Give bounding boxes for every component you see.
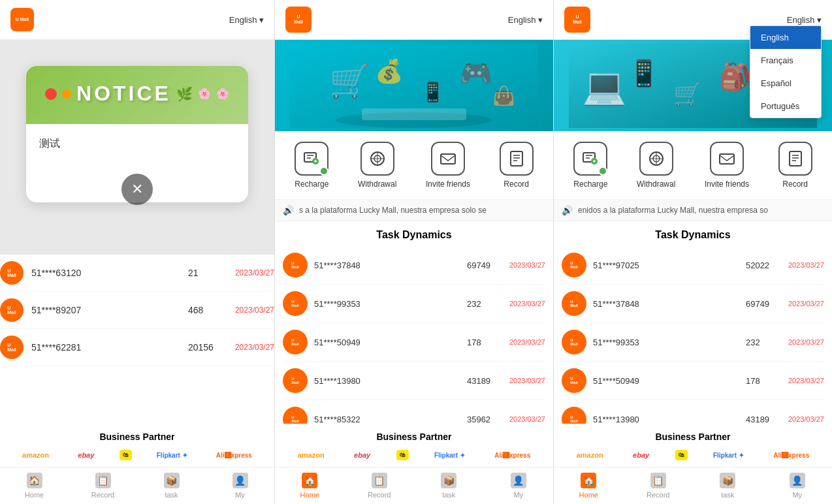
dyn-avatar: UMall xyxy=(283,253,308,277)
quick-actions-right: Recharge Withdrawal Invite friends xyxy=(554,131,832,200)
dyn-amount-r: 178 xyxy=(746,376,782,386)
dyn-avatar: UMall xyxy=(283,407,308,424)
biz-partners-center: Business Partner amazon ebay 🛍 Flipkart … xyxy=(275,424,553,467)
ebay-logo-c: ebay xyxy=(350,449,374,462)
dyn-user: 51****99353 xyxy=(314,299,460,309)
dyn-date-r: 2023/03/27 xyxy=(788,415,824,423)
lang-button-right[interactable]: English ▾ xyxy=(787,15,822,25)
dot-orange xyxy=(62,89,71,99)
task-item-left: UMall 51****89207 468 2023/03/27 xyxy=(0,292,274,329)
action-record-center[interactable]: Record xyxy=(500,142,534,189)
dyn-amount-r: 232 xyxy=(746,338,782,347)
biz-title-center: Business Partner xyxy=(285,432,543,442)
task-avatar: UMall xyxy=(0,261,24,285)
nav-task-right[interactable]: 📦 task xyxy=(693,467,763,504)
dyn-avatar: UMall xyxy=(283,291,308,316)
dyn-date-r: 2023/03/27 xyxy=(788,338,824,346)
nav-record-center[interactable]: 📋 Record xyxy=(345,467,415,504)
lang-option-english[interactable]: English xyxy=(750,26,821,49)
nav-home-center[interactable]: 🏠 Home xyxy=(275,467,345,504)
nav-task-center[interactable]: 📦 task xyxy=(414,467,484,504)
right-tasks: UMall 51****97025 52022 2023/03/27 UMall… xyxy=(554,246,832,424)
invite-icon-center xyxy=(431,142,465,176)
panel-scroll-right: Task Dynamics UMall 51****97025 52022 20… xyxy=(554,221,832,467)
action-withdrawal-right[interactable]: Withdrawal xyxy=(637,142,675,189)
banner-center: 🛒 💰 📱 🎮 👜 xyxy=(275,40,553,131)
nav-my-left[interactable]: 👤 My xyxy=(206,467,274,504)
dynamics-item-center: UMall 51****37848 69749 2023/03/27 xyxy=(283,246,545,285)
dyn-date: 2023/03/27 xyxy=(509,338,545,346)
withdrawal-icon-right xyxy=(639,142,673,176)
bottom-nav-left: 🏠 Home 📋 Record 📦 task 👤 My xyxy=(0,467,274,504)
task-date: 2023/03/27 xyxy=(235,306,274,315)
partner-logos-center: amazon ebay 🛍 Flipkart ✦ Ali🅴xpress xyxy=(285,449,543,462)
dyn-avatar: UMall xyxy=(283,368,308,393)
record-icon-cnav: 📋 xyxy=(372,473,387,488)
amazon-logo-c: amazon xyxy=(294,449,328,462)
my-icon-cnav: 👤 xyxy=(511,473,526,488)
quick-actions-center: Recharge Withdrawal Invite friends xyxy=(275,131,553,200)
action-withdrawal-center[interactable]: Withdrawal xyxy=(358,142,396,189)
svg-text:💰: 💰 xyxy=(375,57,404,85)
record-label-right: Record xyxy=(782,180,808,189)
task-user: 51****62281 xyxy=(31,342,180,353)
record-label-center: Record xyxy=(504,180,529,189)
nav-record-right[interactable]: 📋 Record xyxy=(624,467,694,504)
nav-home-right[interactable]: 🏠 Home xyxy=(554,467,624,504)
action-invite-right[interactable]: Invite friends xyxy=(705,142,749,189)
aliexpress-logo-r: Ali🅴xpress xyxy=(769,449,813,462)
dyn-user-r: 51****97025 xyxy=(593,260,739,270)
lang-button-left[interactable]: English ▾ xyxy=(229,15,264,25)
close-button[interactable]: ✕ xyxy=(121,174,153,205)
action-record-right[interactable]: Record xyxy=(778,142,812,189)
center-panel: UMall English ▾ 🛒 💰 📱 🎮 👜 xyxy=(274,0,553,504)
task-item-left: UMall 51****62281 20156 2023/03/27 xyxy=(0,329,274,366)
nav-my-center[interactable]: 👤 My xyxy=(484,467,554,504)
task-amount: 21 xyxy=(188,268,227,278)
ebay-logo-r: ebay xyxy=(629,449,653,462)
home-icon-center: 🏠 xyxy=(302,473,317,488)
close-icon: ✕ xyxy=(131,181,143,198)
partner-logos-right: amazon ebay 🛍 Flipkart ✦ Ali🅴xpress xyxy=(564,449,822,462)
dot-red xyxy=(45,88,57,100)
task-item-left: UMall 51****63120 21 2023/03/27 xyxy=(0,255,274,292)
lang-option-portuguese[interactable]: Português xyxy=(750,95,821,118)
recharge-icon-center xyxy=(295,142,328,176)
dyn-amount: 43189 xyxy=(467,376,503,386)
dyn-date: 2023/03/27 xyxy=(509,415,545,423)
withdrawal-label-right: Withdrawal xyxy=(637,180,675,189)
dyn-date: 2023/03/27 xyxy=(509,377,545,385)
svg-text:📱: 📱 xyxy=(421,80,445,104)
biz-title-right: Business Partner xyxy=(564,432,822,442)
invite-icon-right xyxy=(710,142,744,176)
dyn-date: 2023/03/27 xyxy=(509,300,545,307)
nav-task-left[interactable]: 📦 task xyxy=(137,467,206,504)
invite-label-right: Invite friends xyxy=(705,180,749,189)
nav-my-right[interactable]: 👤 My xyxy=(763,467,833,504)
ticker-center: 🔊 s a la plataforma Lucky Mall, nuestra … xyxy=(275,200,553,221)
task-user: 51****89207 xyxy=(31,305,180,315)
task-user: 51****63120 xyxy=(31,268,180,278)
dyn-amount-r: 52022 xyxy=(746,260,782,270)
svg-text:📱: 📱 xyxy=(628,57,660,89)
my-icon-rnav: 👤 xyxy=(790,473,805,488)
lang-button-center[interactable]: English ▾ xyxy=(508,15,543,25)
lang-option-spanish[interactable]: Español xyxy=(750,72,821,95)
amazon-logo-r: amazon xyxy=(573,449,607,462)
svg-rect-13 xyxy=(511,151,522,166)
action-recharge-center[interactable]: Recharge xyxy=(295,142,328,189)
logo-left: U Mall xyxy=(10,8,34,31)
action-recharge-right[interactable]: Recharge xyxy=(573,142,607,189)
dyn-amount: 178 xyxy=(467,338,503,347)
home-icon-right: 🏠 xyxy=(581,473,596,488)
nav-record-left[interactable]: 📋 Record xyxy=(69,467,137,504)
action-invite-center[interactable]: Invite friends xyxy=(426,142,470,189)
ticker-icon-center: 🔊 xyxy=(283,205,294,215)
nav-home-left[interactable]: 🏠 Home xyxy=(0,467,69,504)
lang-option-french[interactable]: Français xyxy=(750,49,821,72)
logo-center: UMall xyxy=(285,7,312,33)
dyn-avatar-r: UMall xyxy=(562,253,586,277)
dyn-user: 51****13980 xyxy=(314,376,460,386)
dynamics-item-center: UMall 51****50949 178 2023/03/27 xyxy=(283,323,545,362)
dynamics-item-right: UMall 51****97025 52022 2023/03/27 xyxy=(562,246,824,285)
